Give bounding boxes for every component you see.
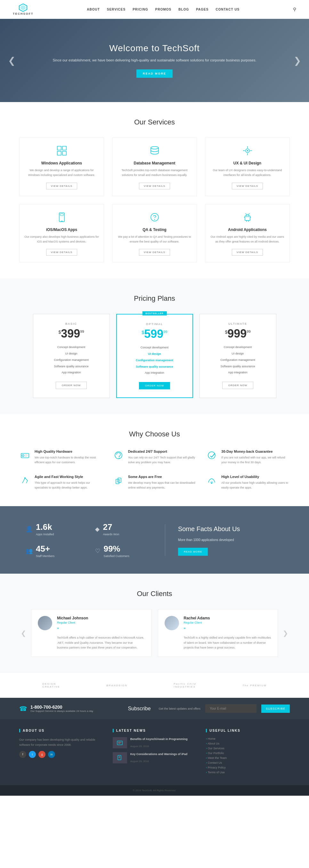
nav-about[interactable]: About	[87, 8, 100, 11]
social-facebook[interactable]: f	[19, 751, 26, 758]
why-desc-agile: This type of approach to our work helps …	[35, 480, 103, 491]
service-title-database: Database Management	[117, 161, 192, 165]
service-desc-windows: We design and develop a range of applica…	[24, 168, 99, 178]
footer-link-contact[interactable]: Contact Us	[206, 761, 290, 764]
hero-prev-arrow[interactable]: ❮	[8, 55, 16, 66]
footer-link-portfolio[interactable]: Our Portfolio	[206, 751, 290, 755]
footer-link-home[interactable]: Home	[206, 737, 290, 740]
clients-next-arrow[interactable]: ❯	[281, 628, 290, 639]
nav-blog[interactable]: Blog	[178, 8, 189, 11]
news-date-2: August 29, 2016	[130, 760, 149, 763]
nav-promos[interactable]: Promos	[155, 8, 171, 11]
price-dollar: $	[142, 330, 144, 335]
why-desc-free: We develop many free apps that can be do…	[128, 480, 197, 491]
stat-apps-number: 1.6k	[36, 522, 54, 532]
stat-staff-number: 45+	[36, 544, 54, 554]
why-text-free: Some Apps are Free We develop many free …	[128, 475, 197, 491]
hero-section: ❮ Welcome to TechSoft Since our establis…	[0, 19, 309, 102]
pricing-grid: BASIC $ 399 99 Concept development UI de…	[19, 314, 290, 398]
pricing-section: Pricing Plans BASIC $ 399 99 Concept dev…	[0, 278, 309, 414]
order-basic-button[interactable]: ORDER NOW	[56, 382, 87, 389]
svg-rect-2	[57, 146, 61, 150]
footer-link-services[interactable]: Our Services	[206, 747, 290, 750]
free-icon	[113, 475, 124, 486]
feature-item-featured: Configuration management	[123, 358, 186, 364]
services-grid: Windows Applications We design and devel…	[19, 137, 290, 262]
service-btn-ios[interactable]: VIEW DETAILS	[46, 249, 77, 256]
price-cents: 99	[80, 330, 84, 333]
footer-about-col: ABOUT US Our company has been developing…	[19, 729, 103, 776]
nav-contact[interactable]: Contact Us	[216, 8, 240, 11]
brand-sub: INDUSTRIES	[173, 685, 196, 688]
nav-links: About Services Pricing Promos Blog Pages…	[87, 8, 240, 11]
social-google[interactable]: g	[38, 751, 46, 758]
why-desc-money: If you are not satisfied with our app, w…	[221, 455, 290, 465]
hero-title: Welcome to TechSoft	[53, 43, 256, 54]
footer-link-terms[interactable]: Terms of Use	[206, 771, 290, 774]
why-grid: High Quality Hardware We use top-notch h…	[19, 450, 290, 490]
pricing-title: Pricing Plans	[19, 294, 290, 303]
service-card-ios: iOS/MacOS Apps Our company also develops…	[19, 204, 104, 263]
nav-services[interactable]: Services	[107, 8, 125, 11]
why-title-agile: Agile and Fast Working Style	[35, 475, 103, 478]
pricing-basic-price: $ 399 99	[40, 328, 103, 339]
footer-bottom: © 2016 TechSoft. All Rights Reserved.	[0, 785, 309, 796]
service-btn-database[interactable]: VIEW DETAILS	[139, 183, 170, 189]
svg-rect-37	[118, 478, 121, 483]
facts-readmore-button[interactable]: READ MORE	[178, 548, 208, 556]
agile-icon	[19, 475, 31, 486]
price-amount: 999	[227, 328, 247, 339]
hero-cta-button[interactable]: READ MORE	[136, 69, 173, 78]
social-twitter[interactable]: t	[29, 751, 36, 758]
order-ultimate-button[interactable]: ORDER NOW	[222, 382, 254, 389]
feature-item: Concept development	[206, 344, 270, 351]
footer-link-privacy[interactable]: Privacy Policy	[206, 766, 290, 769]
brand-name: BRANDSIGN	[106, 684, 128, 687]
social-linkedin[interactable]: in	[48, 751, 55, 758]
why-title-support: Dedicated 24/7 Support	[128, 450, 197, 453]
why-item-free: Some Apps are Free We develop many free …	[113, 475, 197, 491]
footer-links-col: USEFUL LINKS Home About Us Our Services …	[206, 729, 290, 776]
news-title-2: Key Considerations and Warnings of iPad	[130, 752, 188, 757]
service-btn-ux[interactable]: VIEW DETAILS	[232, 183, 263, 189]
pricing-optimal-features: Concept development UI design Configurat…	[123, 345, 186, 376]
order-optimal-button[interactable]: ORDER NOW	[139, 382, 170, 390]
service-desc-ios: Our company also develops high-business …	[24, 235, 99, 244]
award-icon: ◆	[95, 526, 100, 533]
nav-pricing[interactable]: Pricing	[133, 8, 148, 11]
svg-point-28	[22, 455, 24, 457]
footer-link-team[interactable]: Meet the Team	[206, 756, 290, 760]
svg-rect-13	[59, 213, 64, 222]
service-btn-qa[interactable]: VIEW DETAILS	[139, 249, 170, 256]
logo[interactable]: TECHSOFT	[13, 3, 34, 16]
nav-pages[interactable]: Pages	[196, 8, 208, 11]
search-icon[interactable]: ⚲	[293, 7, 296, 12]
android-icon	[241, 211, 254, 224]
client-text-michael: TechSoft offers a high caliber of resour…	[57, 636, 145, 650]
hero-next-arrow[interactable]: ❯	[293, 55, 301, 66]
service-btn-windows[interactable]: VIEW DETAILS	[46, 183, 77, 189]
service-btn-android[interactable]: VIEW DETAILS	[232, 249, 263, 256]
why-title-money: 30-Day Money-back Guarantee	[221, 450, 290, 453]
brand-design: DESIGN CREATIVE	[42, 682, 60, 688]
windows-icon	[55, 144, 68, 157]
email-input[interactable]	[205, 704, 256, 713]
pricing-optimal: BESTSELLER OPTIMAL $ 599 99 Concept deve…	[116, 314, 193, 398]
phone-info: 1-800-700-6200 Our Support Service is al…	[30, 705, 93, 713]
feature-item: Software quality assurance	[206, 364, 270, 370]
why-text-usability: High Level of Usability All our products…	[221, 475, 290, 491]
footer-main: ABOUT US Our company has been developing…	[0, 719, 309, 785]
service-card-ux: UX & UI Design Our team of UX designers …	[205, 137, 290, 196]
stat-info: 99% Satisfied Customers	[104, 544, 129, 558]
brand-brandsign: BRANDSIGN	[106, 684, 128, 687]
stat-awards: ◆ 27 Awards Won	[95, 522, 152, 536]
stat-customers-number: 99%	[104, 544, 129, 554]
qa-icon	[148, 211, 161, 224]
footer-link-about[interactable]: About Us	[206, 742, 290, 745]
stat-awards-number: 27	[103, 522, 119, 532]
why-title: Why Choose Us	[19, 430, 290, 438]
clients-prev-arrow[interactable]: ❮	[19, 628, 28, 639]
subscribe-button[interactable]: SUBSCRIBE	[261, 705, 290, 713]
service-desc-qa: We pay a lot of attention to QA and Test…	[117, 235, 192, 244]
feature-item: UI design	[206, 351, 270, 357]
